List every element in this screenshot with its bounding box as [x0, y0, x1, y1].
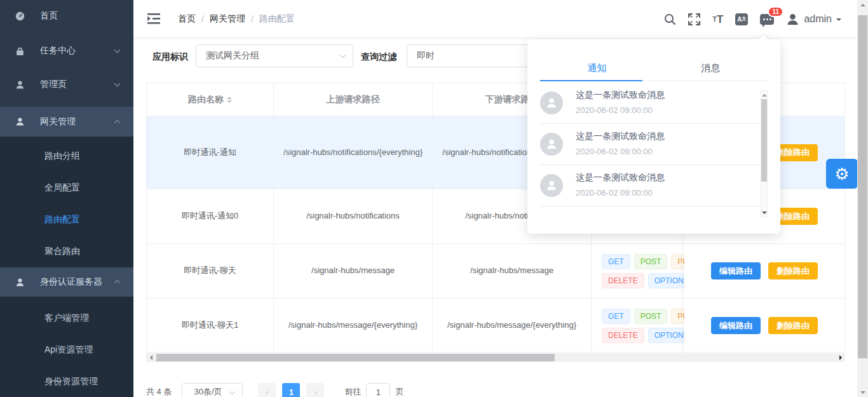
cell-route-name: 即时通讯-通知 [147, 116, 274, 189]
delete-route-button[interactable]: 删除路由 [768, 262, 818, 279]
sidebar-item-label: 路由分组 [44, 151, 80, 162]
sidebar-item-task-center[interactable]: 任务中心 [0, 39, 133, 62]
scroll-right-arrow-icon[interactable] [836, 353, 845, 362]
cell-upstream-path: /signalr-hubs/notifications/{everything} [274, 116, 433, 189]
next-page-button[interactable]: › [306, 383, 324, 397]
goto-page: 前往 页 [344, 383, 403, 397]
translate-icon[interactable]: A文 [735, 13, 748, 25]
app-group-select[interactable]: 测试网关分组 [196, 44, 353, 67]
page-unit-label: 页 [395, 386, 403, 397]
sidebar-item-label: 聚合路由 [44, 246, 80, 257]
chevron-up-icon [114, 280, 121, 286]
cell-route-name: 即时通讯-聊天 [147, 244, 274, 299]
breadcrumb-separator: / [251, 14, 254, 24]
page-number-button[interactable]: 1 [282, 383, 300, 397]
goto-page-input[interactable] [366, 383, 390, 397]
user-icon [15, 80, 25, 90]
vertical-scrollbar-thumb[interactable] [858, 15, 867, 358]
edit-route-button[interactable]: 编辑路由 [711, 262, 761, 279]
notification-badge: 11 [768, 6, 783, 17]
breadcrumb-gateway[interactable]: 网关管理 [210, 13, 245, 25]
column-header-upstream: 上游请求路径 [274, 83, 433, 116]
tab-label: 消息 [702, 62, 721, 74]
search-icon[interactable] [664, 13, 676, 25]
notification-item[interactable]: 这是一条测试致命消息 2020-06-02 09:00:00 [540, 124, 768, 165]
notification-time: 2020-06-02 09:00:00 [576, 188, 653, 198]
cell-downstream-path: /signalr-hubs/message [433, 244, 592, 299]
sidebar-item-admin-page[interactable]: 管理页 [0, 73, 133, 96]
table-horizontal-scrollbar[interactable] [146, 353, 845, 362]
scroll-down-arrow-icon[interactable] [857, 387, 868, 397]
user-menu[interactable]: admin [786, 13, 841, 26]
breadcrumb-current: 路由配置 [259, 13, 295, 25]
lock-icon [15, 46, 25, 56]
sidebar-item-global-config[interactable]: 全局配置 [0, 172, 133, 204]
cell-route-name: 即时通讯-通知0 [147, 189, 274, 244]
sort-icon[interactable] [227, 94, 232, 105]
chevron-down-icon [114, 47, 121, 53]
page-vertical-scrollbar[interactable] [857, 0, 868, 397]
popup-list-scrollbar[interactable] [761, 90, 768, 217]
scroll-up-arrow-icon[interactable] [761, 91, 767, 98]
method-tag-post: POST [634, 254, 668, 269]
top-header: 首页 / 网关管理 / 路由配置 TT A文 11 admin [133, 0, 868, 38]
sidebar-item-label: 客户端管理 [44, 313, 89, 324]
chevron-down-icon [229, 389, 236, 395]
sidebar-item-label: 管理页 [40, 79, 67, 90]
tab-messages[interactable]: 消息 [654, 56, 768, 81]
sidebar-item-label: 路由配置 [44, 214, 80, 225]
settings-drawer-button[interactable]: ⚙ [826, 159, 858, 189]
font-size-icon[interactable]: TT [712, 14, 723, 25]
column-header-route-name[interactable]: 路由名称 [147, 83, 274, 116]
sidebar-item-label: Api资源管理 [44, 344, 93, 356]
sidebar-item-identity-resource[interactable]: 身份资源管理 [0, 366, 133, 397]
notification-title: 这是一条测试致命消息 [576, 131, 665, 142]
sidebar-item-gateway-mgmt[interactable]: 网关管理 [0, 107, 133, 137]
method-tag-delete: DELETE [602, 273, 644, 288]
page-size-select[interactable]: 30条/页 [182, 383, 243, 397]
scroll-down-arrow-icon[interactable] [761, 209, 767, 217]
popup-scrollbar-thumb[interactable] [761, 99, 767, 182]
notification-item[interactable]: 这是一条测试致命消息 2020-06-02 09:00:00 [540, 83, 768, 124]
cell-route-name: 即时通讯-聊天1 [147, 299, 274, 353]
delete-route-button[interactable]: 删除路由 [768, 317, 818, 334]
notification-title: 这是一条测试致命消息 [576, 172, 665, 184]
notification-title: 这是一条测试致命消息 [576, 90, 665, 101]
method-tag-get: GET [602, 254, 630, 269]
edit-route-button[interactable]: 编辑路由 [711, 317, 761, 334]
sidebar-item-route-config[interactable]: 路由配置 [0, 204, 133, 236]
tab-label: 通知 [588, 62, 607, 74]
sidebar-item-home[interactable]: 首页 [0, 4, 133, 27]
notifications-icon[interactable]: 11 [760, 14, 774, 25]
cell-upstream-path: /signalr-hubs/message [274, 244, 433, 299]
sidebar-item-identity-server[interactable]: 身份认证服务器 [0, 267, 133, 297]
sidebar-item-route-group[interactable]: 路由分组 [0, 140, 133, 172]
chevron-down-icon [114, 81, 121, 87]
avatar [786, 13, 799, 26]
chevron-up-icon [114, 119, 121, 126]
sidebar-item-label: 全局配置 [44, 182, 80, 194]
horizontal-scrollbar-thumb[interactable] [156, 354, 555, 361]
app-root: 首页 任务中心 管理页 网关管理 路由分组 全局配置 路由配 [0, 0, 868, 397]
prev-page-button[interactable]: ‹ [258, 383, 276, 397]
scroll-left-arrow-icon[interactable] [146, 353, 155, 362]
query-filter-label: 查询过滤 [361, 51, 397, 63]
breadcrumb-home[interactable]: 首页 [178, 13, 196, 25]
scroll-up-arrow-icon[interactable] [857, 0, 868, 10]
tab-notifications[interactable]: 通知 [540, 56, 654, 81]
notification-item[interactable]: 这是一条测试致命消息 2020-06-02 09:00:00 [540, 165, 768, 206]
sidebar-item-api-resource[interactable]: Api资源管理 [0, 334, 133, 366]
page-size-value: 30条/页 [194, 386, 222, 397]
sidebar-collapse-icon[interactable] [147, 13, 160, 24]
method-tag-delete: DELETE [602, 328, 644, 343]
sidebar-item-aggregate-route[interactable]: 聚合路由 [0, 236, 133, 267]
goto-label: 前往 [344, 386, 361, 397]
avatar [540, 91, 563, 114]
column-header-label: 路由名称 [188, 94, 224, 105]
notification-list: 这是一条测试致命消息 2020-06-02 09:00:00 这是一条测试致命消… [527, 83, 780, 206]
sidebar-item-client-mgmt[interactable]: 客户端管理 [0, 302, 133, 334]
cell-operations: 编辑路由 删除路由 [684, 299, 844, 353]
sidebar-item-label: 身份认证服务器 [40, 276, 102, 288]
app-id-label: 应用标识 [153, 51, 188, 63]
fullscreen-icon[interactable] [688, 13, 700, 25]
